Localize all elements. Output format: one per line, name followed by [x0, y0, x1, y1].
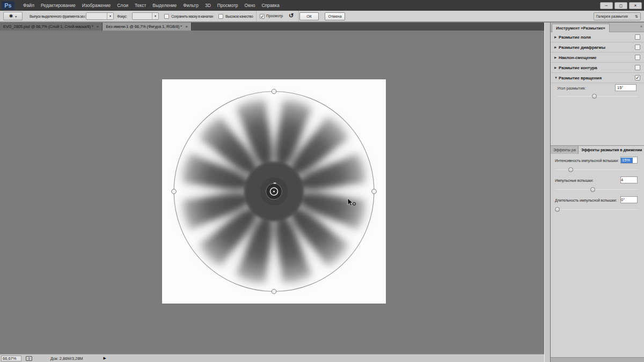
- menu-select[interactable]: Выделение: [149, 0, 180, 11]
- blur-angle-input[interactable]: 15°: [615, 84, 636, 91]
- effects-tab-strip: Эффекты ра Эффекты размытия в движении: [551, 145, 644, 153]
- menu-window[interactable]: Окно: [241, 0, 259, 11]
- tab-blur-effects[interactable]: Эффекты ра: [551, 146, 579, 154]
- close-icon[interactable]: ×: [97, 24, 99, 29]
- strobe-strength-input[interactable]: 15%: [620, 157, 638, 164]
- chevron-right-icon[interactable]: ▶: [554, 56, 559, 59]
- menu-image[interactable]: Изображение: [79, 0, 114, 11]
- strobe-strength-label: Интенсивность импульсной вспышки:: [555, 159, 619, 162]
- blur-angle-slider[interactable]: [557, 94, 638, 99]
- menu-help[interactable]: Справка: [258, 0, 282, 11]
- zoom-level-input[interactable]: 66,67%: [1, 356, 21, 361]
- panel-footer: [551, 357, 644, 362]
- spin-blur-checkbox[interactable]: [635, 75, 640, 80]
- save-mask-checkbox[interactable]: [164, 14, 169, 19]
- menu-filter[interactable]: Фильтр: [180, 0, 202, 11]
- blur-tools-panel-tab[interactable]: Инструмент «Размытие»: [552, 24, 610, 32]
- strobe-flashes-label: Импульсные вспышки:: [555, 179, 594, 182]
- chevron-down-icon[interactable]: ▾: [107, 13, 113, 19]
- spin-blur-row[interactable]: ▼ Размытие вращения: [551, 73, 644, 83]
- document-size-info: Док: 2,86М/3,28М: [50, 356, 83, 361]
- tab-motion-blur-effects[interactable]: Эффекты размытия в движении: [579, 146, 644, 154]
- cancel-button[interactable]: Отмена: [325, 12, 345, 20]
- focus-select[interactable]: ▾: [132, 12, 159, 20]
- workspace-switcher-icon: ⇅: [635, 14, 638, 19]
- field-blur-row[interactable]: ▶ Размытие поля: [551, 32, 644, 42]
- strobe-flashes-input[interactable]: 4: [620, 176, 638, 183]
- preview-checkbox[interactable]: [260, 14, 265, 19]
- blur-angle-label: Угол размытия:: [557, 86, 586, 91]
- chevron-down-icon[interactable]: ▾: [152, 13, 158, 19]
- collapse-panel-icon[interactable]: »: [640, 25, 642, 28]
- strobe-strength-slider[interactable]: [555, 167, 639, 172]
- chevron-right-icon[interactable]: ▶: [554, 35, 559, 39]
- chevron-down-icon: ▾: [15, 14, 17, 18]
- blur-tool-icon: ✱: [9, 13, 13, 19]
- menu-type[interactable]: Текст: [131, 0, 149, 11]
- document-tab-1[interactable]: EVG_2805.psd @ 66,7% (Слой 1, Слой-маска…: [0, 23, 103, 31]
- focus-label: Фокус:: [117, 11, 127, 22]
- document-tab-strip: EVG_2805.psd @ 66,7% (Слой 1, Слой-маска…: [0, 23, 544, 31]
- save-mask-label: Сохранить маску в каналах: [171, 11, 213, 22]
- field-blur-checkbox[interactable]: [635, 34, 640, 40]
- slider-handle[interactable]: [568, 167, 573, 172]
- slider-handle[interactable]: [590, 187, 595, 192]
- ok-button[interactable]: ОК: [299, 12, 319, 20]
- strobe-duration-slider[interactable]: [555, 207, 639, 212]
- menu-layers[interactable]: Слои: [114, 0, 131, 11]
- maximize-button[interactable]: □: [614, 2, 627, 9]
- photoshop-logo-icon: Ps: [2, 1, 14, 10]
- status-bar: 66,67% ↥ Док: 2,86М/3,28М ▶: [0, 354, 544, 362]
- panel-divider[interactable]: [544, 23, 551, 362]
- menu-3d[interactable]: 3D: [202, 0, 214, 11]
- preview-group: Просмотр ↺: [256, 11, 299, 21]
- chevron-right-icon[interactable]: ▶: [554, 46, 559, 49]
- high-quality-checkbox[interactable]: [218, 14, 223, 19]
- blur-tool-preset-button[interactable]: ✱ ▾: [3, 12, 23, 20]
- close-icon[interactable]: ×: [185, 24, 188, 29]
- menu-bar: Ps Файл Редактирование Изображение Слои …: [0, 0, 644, 11]
- workspace-switcher[interactable]: Галерея размытия ⇅: [594, 12, 641, 20]
- menu-items: Файл Редактирование Изображение Слои Тек…: [20, 0, 283, 11]
- workspace-label: Галерея размытия: [596, 14, 628, 18]
- spin-blur-preview: [162, 79, 386, 304]
- bleed-label: Выпуск выделенного фрагмента за обрез:: [30, 11, 85, 22]
- iris-blur-checkbox[interactable]: [635, 45, 640, 50]
- strobe-flashes-slider[interactable]: [555, 187, 639, 192]
- window-controls: – □ ×: [600, 2, 642, 9]
- strobe-duration-label: Длительность импульсной вспышки:: [555, 198, 617, 202]
- minimize-button[interactable]: –: [600, 2, 613, 9]
- slider-handle[interactable]: [555, 207, 560, 212]
- path-blur-row[interactable]: ▶ Размытие контура: [551, 63, 644, 73]
- tilt-shift-checkbox[interactable]: [635, 55, 640, 60]
- slider-handle[interactable]: [592, 94, 597, 99]
- document-image[interactable]: [162, 79, 386, 304]
- chevron-down-icon[interactable]: ▼: [554, 76, 559, 79]
- bleed-select[interactable]: ▾: [86, 12, 114, 20]
- canvas-area[interactable]: [0, 31, 544, 354]
- tilt-shift-row[interactable]: ▶ Наклон-смещение: [551, 53, 644, 63]
- options-bar: ✱ ▾ Выпуск выделенного фрагмента за обре…: [0, 11, 644, 22]
- chevron-right-icon[interactable]: ▶: [554, 66, 559, 69]
- document-status-icon[interactable]: ↥: [26, 356, 32, 361]
- preview-label: Просмотр: [266, 11, 283, 21]
- status-menu-arrow-icon[interactable]: ▶: [104, 356, 106, 360]
- strobe-duration-input[interactable]: 0°: [620, 196, 638, 203]
- blur-angle-row: Угол размытия: 15°: [551, 83, 644, 94]
- iris-blur-row[interactable]: ▶ Размытие диафрагмы: [551, 42, 644, 53]
- menu-view[interactable]: Просмотр: [214, 0, 241, 11]
- menu-edit[interactable]: Редактирование: [38, 0, 79, 11]
- menu-file[interactable]: Файл: [20, 0, 38, 11]
- path-blur-checkbox[interactable]: [635, 65, 640, 70]
- high-quality-label: Высокое качество: [225, 11, 253, 22]
- close-button[interactable]: ×: [629, 2, 642, 9]
- blur-tools-panel: Инструмент «Размытие» » ▶ Размытие поля …: [551, 23, 644, 362]
- document-tab-2[interactable]: Без имени-1 @ 66,7% (Фигура 1, RGB/8) * …: [103, 23, 191, 31]
- reset-icon[interactable]: ↺: [289, 12, 294, 19]
